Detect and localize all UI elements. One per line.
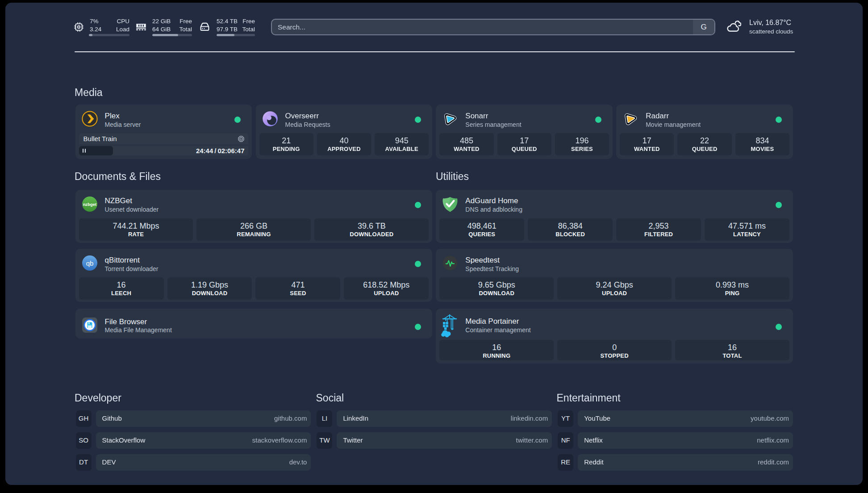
svg-text:qb: qb	[86, 259, 93, 267]
svg-text:nzbget: nzbget	[83, 201, 96, 206]
